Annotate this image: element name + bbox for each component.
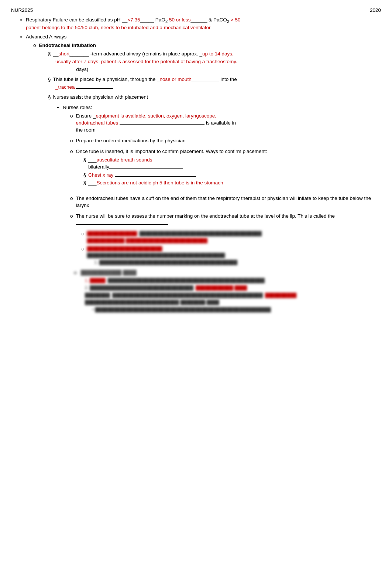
o-cuff: o The endotracheal tubes have a cuff on …: [70, 195, 381, 209]
o-number-marking: o The nurse will be sure to assess the n…: [70, 213, 381, 227]
page-content: Respiratory Failure can be classified as…: [11, 17, 381, 313]
blurred-section-1: o ████████████████ █████████████████████…: [70, 231, 381, 266]
section-s3: § Nurses assist the physician with place…: [48, 94, 381, 101]
s-secretions: § ___Secretions are not acidic ph 5 then…: [83, 180, 267, 187]
o-prepare: o Prepare the ordered medications by the…: [70, 137, 381, 144]
bullet-advanced-airways: Advanced Airways o Endotracheal intubati…: [26, 34, 381, 313]
o-ensure: o Ensure _equipment is available, suctio…: [70, 113, 381, 134]
section-s1: § __short_______ -term advanced airway (…: [48, 51, 381, 58]
divider: [83, 189, 165, 189]
bullet-respiratory-failure: Respiratory Failure can be classified as…: [26, 17, 381, 31]
s-chest-xray: § Chest x ray: [83, 172, 267, 179]
s-auscultate: § ___auscultate breath sounds bilaterall…: [83, 157, 267, 171]
endotracheal-heading: o Endotracheal intubation: [33, 42, 381, 49]
section-s2: § This tube is placed by a physician, th…: [48, 76, 381, 83]
header-right: 2020: [370, 7, 381, 13]
header-left: NUR2025: [11, 7, 33, 13]
tracheostomy-section: o ████████████ ████ 1. █████ ███████████…: [70, 269, 381, 313]
o-confirm: o Once tube is inserted, it is important…: [70, 148, 381, 191]
page-header: NUR2025 2020: [11, 7, 381, 13]
nurses-roles-item: Nurses roles: o Ensure _equipment is ava…: [63, 104, 381, 313]
